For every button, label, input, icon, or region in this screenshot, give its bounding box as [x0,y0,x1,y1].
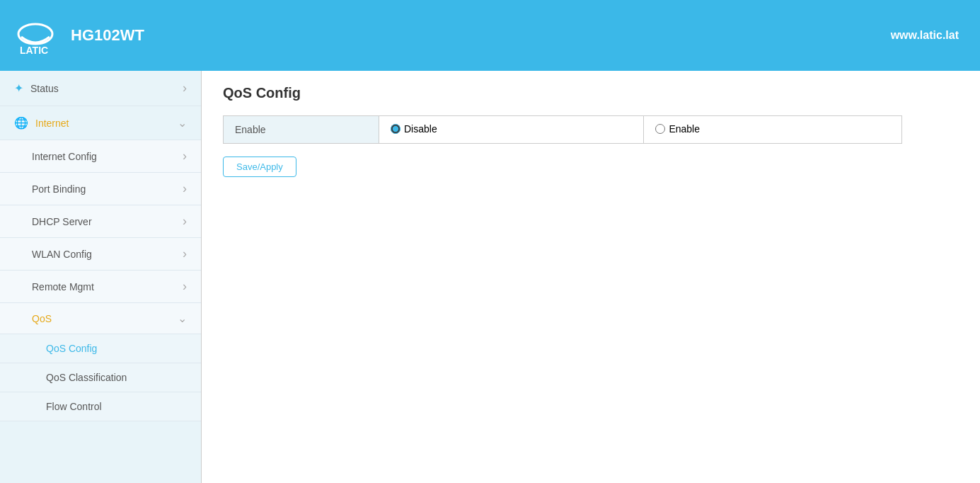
sidebar-item-internet-config[interactable]: Internet Config [0,140,201,173]
sidebar-item-remote-mgmt[interactable]: Remote Mgmt [0,271,201,303]
chevron-down-icon [178,116,187,130]
disable-option-label: Disable [404,123,437,135]
main-layout: ✦ Status 🌐 Internet Internet Config Port… [0,71,980,483]
qos-submenu: QoS Config QoS Classification Flow Contr… [0,334,201,421]
logo-area: LATIC HG102WT [14,14,144,57]
enable-radio[interactable] [655,124,665,134]
website-url: www.latic.lat [891,29,959,42]
status-icon: ✦ [14,81,23,95]
sidebar-item-internet[interactable]: 🌐 Internet [0,106,201,140]
qos-config-table: Enable Disable Enable [223,115,902,144]
sidebar-label-status: Status [30,83,59,94]
disable-radio-option[interactable]: Disable [391,123,437,135]
chevron-right-icon [183,246,187,261]
header: LATIC HG102WT www.latic.lat [0,0,980,71]
content-area: QoS Config Enable Disable Enable [202,71,980,483]
port-binding-label: Port Binding [32,183,86,195]
flow-control-label: Flow Control [46,401,102,412]
internet-config-label: Internet Config [32,151,97,162]
enable-option-label: Enable [669,123,700,135]
disable-option-cell: Disable [379,116,644,144]
sidebar-label-internet: Internet [35,118,69,129]
sidebar-item-dhcp-server[interactable]: DHCP Server [0,205,201,238]
internet-submenu: Internet Config Port Binding DHCP Server… [0,140,201,421]
disable-radio[interactable] [391,124,400,134]
enable-option-cell: Enable [644,116,902,144]
remote-mgmt-label: Remote Mgmt [32,281,94,292]
sidebar: ✦ Status 🌐 Internet Internet Config Port… [0,71,202,483]
chevron-right-icon [183,214,187,229]
sidebar-item-qos-classification[interactable]: QoS Classification [0,363,201,392]
wlan-config-label: WLAN Config [32,249,92,260]
sidebar-item-flow-control[interactable]: Flow Control [0,392,201,421]
enable-label-cell: Enable [224,116,379,144]
internet-icon: 🌐 [14,116,28,130]
save-apply-button[interactable]: Save/Apply [223,157,296,177]
sidebar-item-qos[interactable]: QoS [0,303,201,334]
enable-row: Enable Disable Enable [224,116,902,144]
page-title: QoS Config [223,85,959,101]
qos-classification-label: QoS Classification [46,372,127,383]
device-name: HG102WT [71,26,144,45]
enable-radio-option[interactable]: Enable [655,123,700,135]
sidebar-item-port-binding[interactable]: Port Binding [0,173,201,205]
svg-text:LATIC: LATIC [20,45,48,56]
chevron-right-icon [183,181,187,196]
svg-point-0 [18,24,52,44]
sidebar-item-status[interactable]: ✦ Status [0,71,201,106]
chevron-right-icon [183,81,187,96]
dhcp-server-label: DHCP Server [32,216,92,227]
latic-logo: LATIC [14,14,57,57]
chevron-down-icon [178,312,187,325]
sidebar-item-qos-config[interactable]: QoS Config [0,334,201,363]
qos-label: QoS [32,313,52,324]
chevron-right-icon [183,279,187,294]
chevron-right-icon [183,149,187,164]
qos-config-label: QoS Config [46,343,97,354]
sidebar-item-wlan-config[interactable]: WLAN Config [0,238,201,271]
